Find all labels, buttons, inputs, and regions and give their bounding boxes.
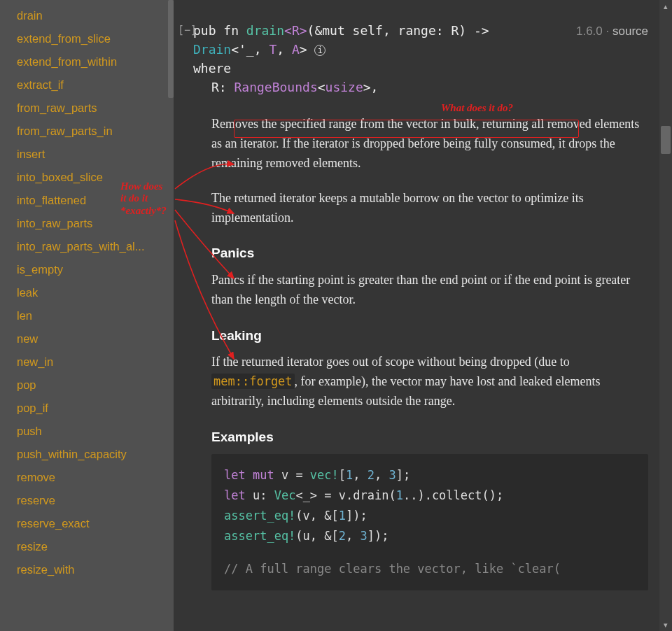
- sidebar-item-pop[interactable]: pop: [0, 374, 174, 397]
- main-content: [−] pub fn drain<R>(&mut self, range: R)…: [174, 0, 672, 631]
- sidebar-item-new_in[interactable]: new_in: [0, 350, 174, 374]
- doc-summary: Removes the specified range from the vec…: [211, 115, 648, 173]
- scrollbar-thumb[interactable]: [661, 126, 671, 154]
- notable-traits-icon[interactable]: i: [314, 45, 326, 56]
- doc-panics: Panics if the starting point is greater …: [211, 271, 648, 310]
- sidebar-item-push_within_capacity[interactable]: push_within_capacity: [0, 443, 174, 466]
- sidebar-item-resize[interactable]: resize: [0, 535, 174, 558]
- sidebar-item-reserve[interactable]: reserve: [0, 489, 174, 512]
- sidebar-item-resize_with[interactable]: resize_with: [0, 558, 174, 581]
- collapse-toggle[interactable]: [−]: [178, 22, 197, 38]
- sidebar: drain extend_from_slice extend_from_with…: [0, 0, 174, 631]
- sidebar-item-reserve_exact[interactable]: reserve_exact: [0, 512, 174, 535]
- doc-leaking: If the returned iterator goes out of sco…: [211, 353, 648, 411]
- heading-leaking: Leaking: [211, 325, 648, 346]
- fn-name[interactable]: drain: [246, 23, 284, 38]
- sidebar-item-extend_from_within[interactable]: extend_from_within: [0, 50, 174, 73]
- heading-panics: Panics: [211, 243, 648, 263]
- sidebar-scrollbar-thumb[interactable]: [168, 0, 174, 98]
- sig-args: (&mut self, range: R) ->: [307, 23, 489, 38]
- sidebar-item-new[interactable]: new: [0, 327, 174, 350]
- scroll-up-icon[interactable]: ▴: [659, 0, 672, 13]
- sidebar-item-pop_if[interactable]: pop_if: [0, 397, 174, 420]
- scroll-down-icon[interactable]: ▾: [659, 618, 672, 631]
- method-signature: [−] pub fn drain<R>(&mut self, range: R)…: [193, 21, 648, 97]
- sidebar-item-remove[interactable]: remove: [0, 466, 174, 489]
- trait-rangebounds[interactable]: RangeBounds: [234, 80, 318, 94]
- sidebar-item-push[interactable]: push: [0, 420, 174, 443]
- sidebar-item-from_raw_parts_in[interactable]: from_raw_parts_in: [0, 120, 174, 143]
- sidebar-item-into_raw_parts[interactable]: into_raw_parts: [0, 212, 174, 235]
- sidebar-item-leak[interactable]: leak: [0, 281, 174, 304]
- sidebar-item-insert[interactable]: insert: [0, 143, 174, 166]
- type-usize[interactable]: usize: [326, 80, 363, 94]
- sidebar-item-into_raw_parts_with_alloc[interactable]: into_raw_parts_with_al...: [0, 235, 174, 258]
- keyword-pub-fn: pub fn: [193, 23, 246, 38]
- vertical-scrollbar[interactable]: ▴ ▾: [659, 0, 672, 631]
- since-source: 1.6.0 · source: [576, 22, 648, 41]
- generic-r: <R>: [284, 23, 307, 38]
- doc-p2: The returned iterator keeps a mutable bo…: [211, 189, 648, 228]
- where-keyword: where: [193, 61, 231, 76]
- sidebar-item-from_raw_parts[interactable]: from_raw_parts: [0, 97, 174, 120]
- sidebar-item-is_empty[interactable]: is_empty: [0, 258, 174, 281]
- source-link[interactable]: source: [612, 24, 648, 38]
- heading-examples: Examples: [211, 427, 648, 447]
- sidebar-item-into_flattened[interactable]: into_flattened: [0, 189, 174, 212]
- sidebar-item-extract_if[interactable]: extract_if: [0, 73, 174, 97]
- since-version: 1.6.0: [576, 24, 603, 38]
- doc-block: Removes the specified range from the vec…: [193, 115, 648, 590]
- return-type[interactable]: Drain: [193, 42, 231, 57]
- sidebar-item-extend_from_slice[interactable]: extend_from_slice: [0, 27, 174, 50]
- sidebar-list: drain extend_from_slice extend_from_with…: [0, 4, 174, 581]
- example-code: let mut v = vec![1, 2, 3]; let u: Vec<_>…: [211, 454, 648, 590]
- code-mem-forget[interactable]: mem::forget: [211, 374, 295, 389]
- sidebar-item-len[interactable]: len: [0, 304, 174, 327]
- sidebar-item-drain[interactable]: drain: [0, 4, 174, 27]
- sidebar-item-into_boxed_slice[interactable]: into_boxed_slice: [0, 166, 174, 189]
